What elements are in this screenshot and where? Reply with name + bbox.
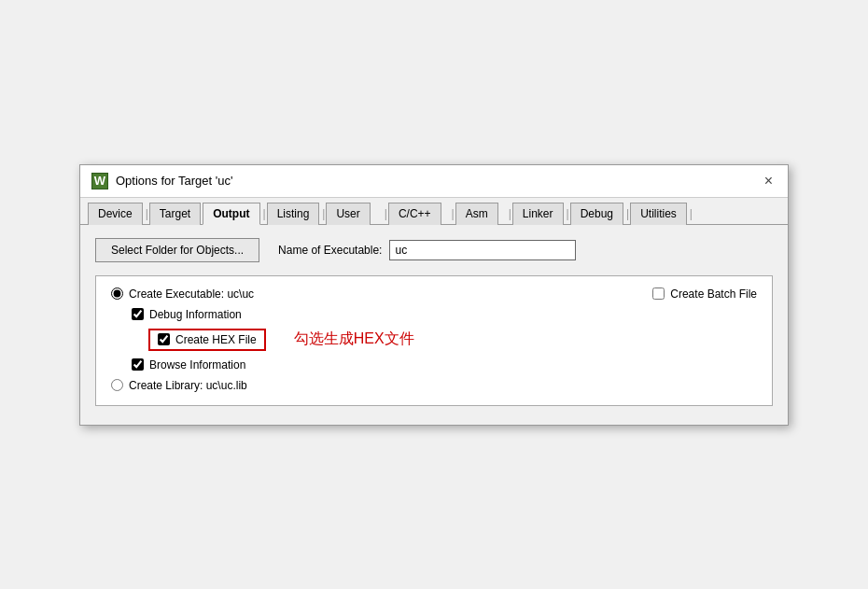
- create-executable-label[interactable]: Create Executable: uc\uc: [129, 287, 254, 301]
- browse-information-label[interactable]: Browse Information: [149, 358, 245, 372]
- create-hex-file-checkbox[interactable]: [158, 333, 170, 345]
- tab-user[interactable]: User: [326, 203, 370, 225]
- title-bar: W Options for Target 'uc' ×: [80, 165, 788, 198]
- debug-information-row: Debug Information: [132, 308, 757, 321]
- tab-asm[interactable]: Asm: [455, 203, 498, 225]
- options-box: Create Batch File Create Executable: uc\…: [95, 275, 773, 406]
- executable-name-label: Name of Executable:: [278, 244, 382, 257]
- tab-output[interactable]: Output: [203, 203, 259, 225]
- hex-file-box: Create HEX File: [148, 329, 266, 351]
- debug-information-label[interactable]: Debug Information: [149, 308, 242, 321]
- tab-sep-3: |: [322, 202, 325, 224]
- tab-listing[interactable]: Listing: [267, 203, 320, 225]
- tab-sep-7: |: [567, 202, 569, 224]
- tab-linker[interactable]: Linker: [512, 203, 564, 225]
- create-executable-radio[interactable]: [111, 287, 123, 300]
- create-library-row: Create Library: uc\uc.lib: [111, 379, 757, 392]
- app-icon: W: [91, 173, 108, 189]
- tab-sep-2: |: [263, 202, 266, 224]
- dialog-window: W Options for Target 'uc' × Device | Tar…: [79, 164, 789, 426]
- tab-target[interactable]: Target: [149, 203, 201, 225]
- dialog-content: Select Folder for Objects... Name of Exe…: [80, 225, 788, 425]
- top-row: Select Folder for Objects... Name of Exe…: [95, 238, 773, 262]
- tab-sep-9: |: [690, 202, 693, 224]
- create-library-label[interactable]: Create Library: uc\uc.lib: [129, 379, 247, 392]
- close-button[interactable]: ×: [761, 174, 777, 189]
- tab-sep-4: |: [385, 202, 387, 224]
- select-folder-button[interactable]: Select Folder for Objects...: [95, 238, 259, 262]
- tab-utilities[interactable]: Utilities: [630, 203, 687, 225]
- create-hex-file-label[interactable]: Create HEX File: [175, 333, 257, 346]
- create-batch-row: Create Batch File: [652, 287, 757, 301]
- browse-information-row: Browse Information: [132, 358, 757, 372]
- create-batch-file-label[interactable]: Create Batch File: [670, 287, 757, 301]
- tab-sep-5: |: [452, 202, 455, 224]
- tab-cpp[interactable]: C/C++: [388, 203, 441, 225]
- tab-sep-6: |: [509, 202, 511, 224]
- hex-annotation-text: 勾选生成HEX文件: [294, 330, 414, 349]
- window-title: Options for Target 'uc': [116, 174, 232, 188]
- tab-debug[interactable]: Debug: [570, 203, 623, 225]
- hex-file-container: Create HEX File 勾选生成HEX文件: [148, 329, 757, 351]
- browse-information-checkbox[interactable]: [132, 358, 144, 371]
- tab-sep-8: |: [626, 202, 629, 224]
- debug-information-checkbox[interactable]: [132, 308, 144, 320]
- tab-device[interactable]: Device: [88, 203, 143, 225]
- create-library-radio[interactable]: [111, 379, 123, 391]
- create-batch-file-checkbox[interactable]: [652, 287, 665, 300]
- executable-name-group: Name of Executable:: [278, 240, 576, 260]
- title-bar-left: W Options for Target 'uc': [91, 173, 232, 189]
- executable-name-input[interactable]: [389, 240, 576, 260]
- tab-sep-1: |: [146, 202, 148, 224]
- tab-bar: Device | Target Output | Listing | User …: [80, 198, 788, 225]
